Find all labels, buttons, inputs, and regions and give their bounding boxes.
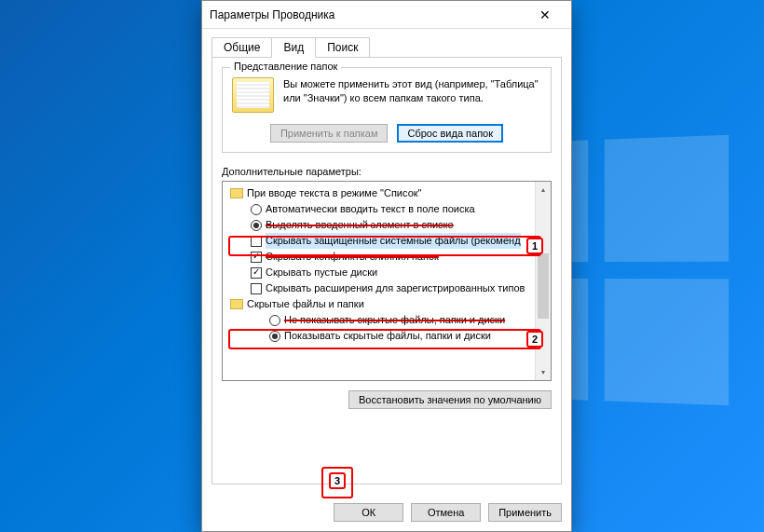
group-description: Вы можете применить этот вид (например, … (283, 77, 541, 113)
tree-item-hide-merge[interactable]: Скрывать конфликты слияния папок (225, 249, 533, 265)
advanced-settings-tree: При вводе текста в режиме "Список" Автом… (222, 181, 552, 381)
scroll-track[interactable] (536, 198, 551, 364)
tree-item-show-hidden[interactable]: Показывать скрытые файлы, папки и диски (225, 328, 533, 344)
checkbox-icon[interactable] (251, 252, 262, 263)
ok-button[interactable]: ОК (334, 503, 403, 522)
advanced-settings-label: Дополнительные параметры: (222, 166, 552, 177)
tab-content-view: Представление папок Вы можете применить … (211, 57, 562, 484)
tab-view[interactable]: Вид (271, 37, 316, 58)
tab-row: Общие Вид Поиск (211, 37, 562, 58)
scroll-thumb[interactable] (538, 253, 549, 319)
cancel-button[interactable]: Отмена (411, 503, 481, 522)
folder-mini-icon (230, 299, 243, 309)
dialog-title: Параметры Проводника (210, 8, 526, 21)
tree-node-hidden-files: Скрытые файлы и папки (225, 296, 533, 312)
radio-icon[interactable] (251, 204, 262, 215)
tab-general[interactable]: Общие (211, 37, 272, 58)
checkbox-icon[interactable] (251, 267, 262, 279)
apply-to-folders-button[interactable]: Применить к папкам (270, 124, 389, 143)
titlebar: Параметры Проводника ✕ (202, 1, 571, 29)
folder-icon (232, 77, 274, 113)
tree-node-input-mode: При вводе текста в режиме "Список" (225, 185, 533, 201)
checkbox-icon[interactable] (251, 283, 262, 294)
tree-item-hide-empty[interactable]: Скрывать пустые диски (225, 265, 533, 280)
folder-options-dialog: Параметры Проводника ✕ Общие Вид Поиск П… (201, 0, 572, 532)
radio-icon[interactable] (269, 331, 280, 342)
checkbox-icon[interactable] (251, 236, 262, 247)
scroll-down-arrow[interactable]: ▾ (536, 364, 551, 380)
tree-item-hide-ext[interactable]: Скрывать расширения для зарегистрированн… (225, 280, 533, 296)
apply-button[interactable]: Применить (488, 503, 562, 522)
radio-icon[interactable] (269, 315, 280, 326)
tree-list[interactable]: При вводе текста в режиме "Список" Автом… (223, 182, 535, 380)
restore-defaults-button[interactable]: Восстановить значения по умолчанию (348, 390, 552, 409)
tree-item-hide-protected[interactable]: Скрывать защищенные системные файлы (рек… (225, 233, 533, 249)
reset-folders-button[interactable]: Сброс вида папок (397, 124, 503, 143)
tree-item-dont-show-hidden[interactable]: Не показывать скрытые файлы, папки и дис… (225, 312, 533, 328)
scroll-up-arrow[interactable]: ▴ (536, 182, 551, 198)
folder-mini-icon (230, 188, 243, 198)
tree-item-auto-type[interactable]: Автоматически вводить текст в поле поиск… (225, 201, 533, 217)
close-button[interactable]: ✕ (526, 7, 564, 22)
dialog-footer: ОК Отмена Применить (202, 494, 571, 531)
tree-scrollbar[interactable]: ▴ ▾ (535, 182, 551, 380)
group-legend: Представление папок (230, 61, 341, 72)
folder-views-group: Представление папок Вы можете применить … (222, 67, 552, 153)
radio-icon[interactable] (251, 220, 262, 231)
tree-item-highlight-typed[interactable]: Выделять введенный элемент в списке (225, 217, 533, 233)
tab-search[interactable]: Поиск (315, 37, 370, 58)
